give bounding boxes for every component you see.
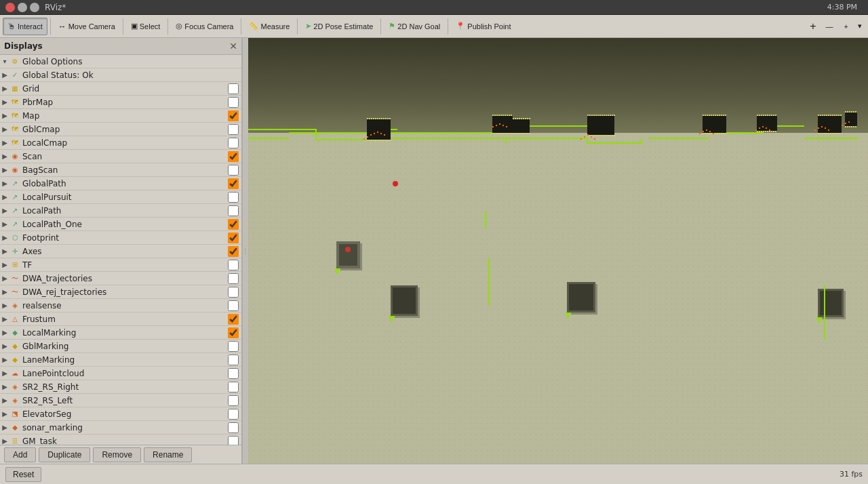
display-item-checkbox[interactable] bbox=[228, 436, 239, 445]
display-item[interactable]: ▶🗺PbrMap bbox=[0, 96, 241, 109]
expand-arrow[interactable]: ▶ bbox=[0, 356, 9, 363]
minimize-button[interactable] bbox=[18, 3, 27, 12]
display-item-checkbox[interactable] bbox=[228, 409, 239, 420]
duplicate-button[interactable]: Duplicate bbox=[39, 447, 90, 462]
expand-arrow[interactable]: ▾ bbox=[0, 58, 9, 65]
display-item[interactable]: ▶△Frustum bbox=[0, 312, 241, 326]
expand-arrow[interactable]: ▶ bbox=[0, 410, 9, 418]
display-item-checkbox[interactable] bbox=[228, 395, 239, 406]
display-item-checkbox[interactable] bbox=[228, 327, 239, 338]
expand-arrow[interactable]: ▶ bbox=[0, 139, 9, 146]
display-item[interactable]: ▶⬡Footprint bbox=[0, 231, 241, 245]
publish-point-button[interactable]: 📍 Publish Point bbox=[451, 18, 515, 35]
display-item-checkbox[interactable] bbox=[228, 219, 239, 230]
measure-button[interactable]: 📏 Measure bbox=[244, 18, 294, 35]
expand-arrow[interactable]: ▶ bbox=[0, 112, 9, 119]
2d-pose-estimate-button[interactable]: ➤ 2D Pose Estimate bbox=[300, 18, 378, 35]
expand-arrow[interactable]: ▶ bbox=[0, 220, 9, 228]
display-item[interactable]: ▶〜DWA_rej_trajectories bbox=[0, 285, 241, 299]
display-item[interactable]: ▶↗LocalPursuit bbox=[0, 190, 241, 204]
expand-arrow[interactable]: ▶ bbox=[0, 302, 9, 309]
display-item[interactable]: ▶〜DWA_trajectories bbox=[0, 272, 241, 285]
close-button[interactable] bbox=[5, 3, 15, 12]
display-item-checkbox[interactable] bbox=[228, 273, 239, 284]
display-item[interactable]: ▶↗LocalPath_One bbox=[0, 218, 241, 231]
display-item-checkbox[interactable] bbox=[228, 382, 239, 392]
add-button[interactable]: Add bbox=[4, 447, 36, 462]
maximize-button[interactable] bbox=[30, 3, 39, 12]
display-item[interactable]: ▶◉Scan bbox=[0, 150, 241, 163]
display-item[interactable]: ▶◆LocalMarking bbox=[0, 326, 241, 340]
expand-arrow[interactable]: ▶ bbox=[0, 437, 9, 445]
display-item[interactable]: ▶✛Axes bbox=[0, 245, 241, 258]
display-item-checkbox[interactable] bbox=[228, 97, 239, 108]
expand-arrow[interactable]: ▶ bbox=[0, 234, 9, 241]
display-item[interactable]: ▶☁LanePointcloud bbox=[0, 367, 241, 380]
expand-arrow[interactable]: ▶ bbox=[0, 424, 9, 431]
expand-arrow[interactable]: ▶ bbox=[0, 166, 9, 174]
expand-arrow[interactable]: ▶ bbox=[0, 71, 9, 79]
display-item-checkbox[interactable] bbox=[228, 83, 239, 94]
expand-arrow[interactable]: ▶ bbox=[0, 342, 9, 350]
expand-arrow[interactable]: ▶ bbox=[0, 193, 9, 201]
display-item-checkbox[interactable] bbox=[228, 341, 239, 352]
2d-nav-goal-button[interactable]: ⚑ 2D Nav Goal bbox=[384, 18, 445, 35]
display-item[interactable]: ▶▦Grid bbox=[0, 82, 241, 96]
expand-arrow[interactable]: ▶ bbox=[0, 125, 9, 133]
expand-arrow[interactable]: ▶ bbox=[0, 153, 9, 160]
display-item[interactable]: ▾⚙Global Options bbox=[0, 55, 241, 68]
display-item[interactable]: ▶◆GblMarking bbox=[0, 340, 241, 353]
display-item[interactable]: ▶🗺LocalCmap bbox=[0, 136, 241, 150]
display-item-checkbox[interactable] bbox=[228, 192, 239, 203]
toolbar-options-button[interactable]: ▾ bbox=[854, 18, 865, 35]
display-item[interactable]: ▶◈realsense bbox=[0, 299, 241, 312]
display-item[interactable]: ▶☰GM_task bbox=[0, 435, 241, 445]
display-item-checkbox[interactable] bbox=[228, 124, 239, 135]
expand-arrow[interactable]: ▶ bbox=[0, 329, 9, 336]
display-item-checkbox[interactable] bbox=[228, 355, 239, 365]
expand-arrow[interactable]: ▶ bbox=[0, 383, 9, 390]
expand-arrow[interactable]: ▶ bbox=[0, 247, 9, 255]
move-camera-button[interactable]: ↔ Move Camera bbox=[54, 18, 120, 35]
toolbar-extra-button[interactable]: — bbox=[821, 18, 838, 35]
display-item[interactable]: ▶◆sonar_marking bbox=[0, 421, 241, 435]
interact-button[interactable]: 🖱 Interact bbox=[3, 18, 47, 35]
expand-arrow[interactable]: ▶ bbox=[0, 397, 9, 404]
expand-arrow[interactable]: ▶ bbox=[0, 98, 9, 106]
display-item-checkbox[interactable] bbox=[228, 110, 239, 121]
display-item-checkbox[interactable] bbox=[228, 300, 239, 311]
display-item[interactable]: ▶↗GlobalPath bbox=[0, 177, 241, 190]
display-item-checkbox[interactable] bbox=[228, 151, 239, 162]
display-item[interactable]: ▶◈SR2_RS_Left bbox=[0, 394, 241, 407]
display-item-checkbox[interactable] bbox=[228, 233, 239, 243]
display-item-checkbox[interactable] bbox=[228, 260, 239, 270]
select-button[interactable]: ▣ Select bbox=[126, 18, 165, 35]
display-item-checkbox[interactable] bbox=[228, 205, 239, 216]
expand-arrow[interactable]: ▶ bbox=[0, 369, 9, 377]
expand-arrow[interactable]: ▶ bbox=[0, 275, 9, 282]
display-item-checkbox[interactable] bbox=[228, 314, 239, 325]
expand-arrow[interactable]: ▶ bbox=[0, 315, 9, 323]
rename-button[interactable]: Rename bbox=[144, 447, 192, 462]
toolbar-config-button[interactable]: + bbox=[840, 18, 853, 35]
display-item[interactable]: ▶◆LaneMarking bbox=[0, 353, 241, 367]
display-item[interactable]: ▶🗺Map bbox=[0, 109, 241, 123]
expand-arrow[interactable]: ▶ bbox=[0, 288, 9, 296]
display-item[interactable]: ▶⊞TF bbox=[0, 258, 241, 272]
add-display-button[interactable]: + bbox=[806, 18, 819, 35]
display-item-checkbox[interactable] bbox=[228, 246, 239, 257]
display-item-checkbox[interactable] bbox=[228, 178, 239, 189]
focus-camera-button[interactable]: ◎ Focus Camera bbox=[171, 18, 238, 35]
display-item-checkbox[interactable] bbox=[228, 422, 239, 433]
expand-arrow[interactable]: ▶ bbox=[0, 207, 9, 214]
viewport[interactable] bbox=[248, 38, 868, 464]
reset-button[interactable]: Reset bbox=[5, 467, 41, 482]
display-item[interactable]: ▶✓Global Status: Ok bbox=[0, 68, 241, 82]
expand-arrow[interactable]: ▶ bbox=[0, 85, 9, 92]
display-item-checkbox[interactable] bbox=[228, 368, 239, 379]
display-item-checkbox[interactable] bbox=[228, 138, 239, 148]
resize-handle[interactable]: ⋮ bbox=[243, 38, 248, 464]
displays-close-button[interactable]: ✕ bbox=[229, 41, 237, 52]
display-item[interactable]: ▶🗺GblCmap bbox=[0, 123, 241, 136]
display-item[interactable]: ▶⬔ElevatorSeg bbox=[0, 407, 241, 421]
